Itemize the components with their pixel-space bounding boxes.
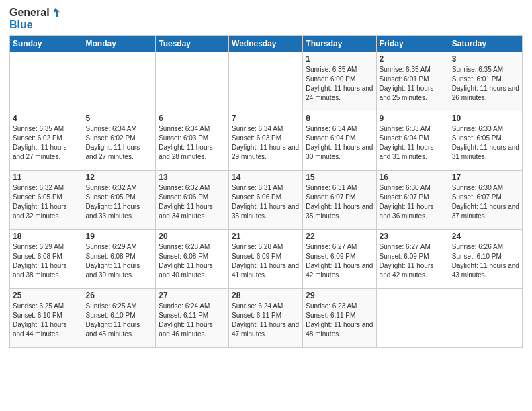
day-info: Sunrise: 6:29 AMSunset: 6:08 PMDaylight:… [86,243,140,279]
calendar-table: SundayMondayTuesdayWednesdayThursdayFrid… [9,35,523,348]
calendar-cell [449,289,522,348]
day-info: Sunrise: 6:34 AMSunset: 6:03 PMDaylight:… [232,125,299,161]
calendar-cell: 1Sunrise: 6:35 AMSunset: 6:00 PMDaylight… [303,52,376,111]
logo-arrow-icon [51,7,63,19]
calendar-cell [229,52,303,111]
day-info: Sunrise: 6:25 AMSunset: 6:10 PMDaylight:… [13,302,67,338]
day-number: 1 [306,54,373,64]
day-number: 13 [159,173,226,182]
calendar-cell: 5Sunrise: 6:34 AMSunset: 6:02 PMDaylight… [83,111,156,171]
day-info: Sunrise: 6:35 AMSunset: 6:02 PMDaylight:… [13,125,67,161]
day-number: 22 [306,232,373,241]
day-number: 6 [159,113,226,123]
day-info: Sunrise: 6:31 AMSunset: 6:07 PMDaylight:… [306,184,373,220]
day-info: Sunrise: 6:35 AMSunset: 6:01 PMDaylight:… [452,66,519,101]
calendar-cell: 22Sunrise: 6:27 AMSunset: 6:09 PMDayligh… [303,230,376,289]
calendar-cell: 6Sunrise: 6:34 AMSunset: 6:03 PMDaylight… [156,111,229,171]
day-info: Sunrise: 6:23 AMSunset: 6:11 PMDaylight:… [306,302,373,338]
calendar-cell: 23Sunrise: 6:27 AMSunset: 6:09 PMDayligh… [376,230,449,289]
day-info: Sunrise: 6:34 AMSunset: 6:03 PMDaylight:… [159,125,213,161]
logo: GeneralBlue [9,7,63,31]
calendar-cell: 8Sunrise: 6:34 AMSunset: 6:04 PMDaylight… [303,111,376,171]
calendar-day-header: Tuesday [156,36,229,52]
day-number: 26 [86,291,153,300]
calendar-day-header: Thursday [303,36,376,52]
calendar-day-header: Sunday [10,36,83,52]
day-number: 21 [232,232,300,241]
day-number: 19 [86,232,153,241]
day-number: 10 [452,113,519,123]
day-info: Sunrise: 6:24 AMSunset: 6:11 PMDaylight:… [159,302,213,338]
calendar-cell: 11Sunrise: 6:32 AMSunset: 6:05 PMDayligh… [10,171,83,230]
day-info: Sunrise: 6:33 AMSunset: 6:05 PMDaylight:… [452,125,519,161]
calendar-cell [83,52,156,111]
calendar-cell: 27Sunrise: 6:24 AMSunset: 6:11 PMDayligh… [156,289,229,348]
calendar-cell [156,52,229,111]
calendar-cell [10,52,83,111]
calendar-week-row: 18Sunrise: 6:29 AMSunset: 6:08 PMDayligh… [10,230,523,289]
day-number: 24 [452,232,519,241]
svg-marker-0 [54,8,60,17]
day-info: Sunrise: 6:34 AMSunset: 6:04 PMDaylight:… [306,125,373,161]
day-info: Sunrise: 6:28 AMSunset: 6:08 PMDaylight:… [159,243,213,279]
calendar-day-header: Friday [376,36,449,52]
day-info: Sunrise: 6:26 AMSunset: 6:10 PMDaylight:… [452,243,519,279]
day-info: Sunrise: 6:35 AMSunset: 6:01 PMDaylight:… [380,66,434,101]
day-info: Sunrise: 6:29 AMSunset: 6:08 PMDaylight:… [13,243,67,279]
calendar-day-header: Monday [83,36,156,52]
day-number: 17 [452,173,519,182]
day-number: 29 [306,291,373,300]
day-number: 18 [13,232,80,241]
day-info: Sunrise: 6:33 AMSunset: 6:04 PMDaylight:… [380,125,434,161]
day-number: 23 [380,232,446,241]
day-info: Sunrise: 6:31 AMSunset: 6:06 PMDaylight:… [232,184,299,220]
day-info: Sunrise: 6:32 AMSunset: 6:05 PMDaylight:… [13,184,67,220]
calendar-cell: 29Sunrise: 6:23 AMSunset: 6:11 PMDayligh… [303,289,376,348]
day-info: Sunrise: 6:25 AMSunset: 6:10 PMDaylight:… [86,302,140,338]
calendar-cell: 14Sunrise: 6:31 AMSunset: 6:06 PMDayligh… [229,171,303,230]
day-number: 28 [232,291,300,300]
calendar-week-row: 25Sunrise: 6:25 AMSunset: 6:10 PMDayligh… [10,289,523,348]
day-number: 3 [452,54,519,64]
calendar-week-row: 1Sunrise: 6:35 AMSunset: 6:00 PMDaylight… [10,52,523,111]
day-number: 20 [159,232,226,241]
day-info: Sunrise: 6:35 AMSunset: 6:00 PMDaylight:… [306,66,373,101]
calendar-header-row: SundayMondayTuesdayWednesdayThursdayFrid… [10,36,523,52]
logo-blue-text: Blue [9,19,33,31]
day-number: 9 [380,113,446,123]
day-info: Sunrise: 6:27 AMSunset: 6:09 PMDaylight:… [380,243,434,279]
calendar-cell: 18Sunrise: 6:29 AMSunset: 6:08 PMDayligh… [10,230,83,289]
day-number: 4 [13,113,80,123]
calendar-cell: 21Sunrise: 6:28 AMSunset: 6:09 PMDayligh… [229,230,303,289]
calendar-week-row: 4Sunrise: 6:35 AMSunset: 6:02 PMDaylight… [10,111,523,171]
calendar-cell: 9Sunrise: 6:33 AMSunset: 6:04 PMDaylight… [376,111,449,171]
calendar-cell: 7Sunrise: 6:34 AMSunset: 6:03 PMDaylight… [229,111,303,171]
day-number: 27 [159,291,226,300]
calendar-day-header: Wednesday [229,36,303,52]
calendar-cell: 3Sunrise: 6:35 AMSunset: 6:01 PMDaylight… [449,52,522,111]
day-info: Sunrise: 6:30 AMSunset: 6:07 PMDaylight:… [380,184,434,220]
calendar-cell: 15Sunrise: 6:31 AMSunset: 6:07 PMDayligh… [303,171,376,230]
day-number: 11 [13,173,80,182]
calendar-cell: 28Sunrise: 6:24 AMSunset: 6:11 PMDayligh… [229,289,303,348]
day-info: Sunrise: 6:34 AMSunset: 6:02 PMDaylight:… [86,125,140,161]
calendar-cell: 10Sunrise: 6:33 AMSunset: 6:05 PMDayligh… [449,111,522,171]
calendar-cell: 12Sunrise: 6:32 AMSunset: 6:05 PMDayligh… [83,171,156,230]
calendar-cell: 19Sunrise: 6:29 AMSunset: 6:08 PMDayligh… [83,230,156,289]
day-number: 2 [380,54,446,64]
calendar-cell: 2Sunrise: 6:35 AMSunset: 6:01 PMDaylight… [376,52,449,111]
day-number: 5 [86,113,153,123]
calendar-cell: 20Sunrise: 6:28 AMSunset: 6:08 PMDayligh… [156,230,229,289]
day-number: 15 [306,173,373,182]
calendar-cell: 16Sunrise: 6:30 AMSunset: 6:07 PMDayligh… [376,171,449,230]
day-number: 16 [380,173,446,182]
calendar-cell: 25Sunrise: 6:25 AMSunset: 6:10 PMDayligh… [10,289,83,348]
header: GeneralBlue [9,7,523,31]
day-info: Sunrise: 6:27 AMSunset: 6:09 PMDaylight:… [306,243,373,279]
logo-general-text: General [9,7,50,19]
calendar-week-row: 11Sunrise: 6:32 AMSunset: 6:05 PMDayligh… [10,171,523,230]
day-info: Sunrise: 6:24 AMSunset: 6:11 PMDaylight:… [232,302,299,338]
day-info: Sunrise: 6:32 AMSunset: 6:05 PMDaylight:… [86,184,140,220]
calendar-cell: 13Sunrise: 6:32 AMSunset: 6:06 PMDayligh… [156,171,229,230]
day-number: 25 [13,291,80,300]
